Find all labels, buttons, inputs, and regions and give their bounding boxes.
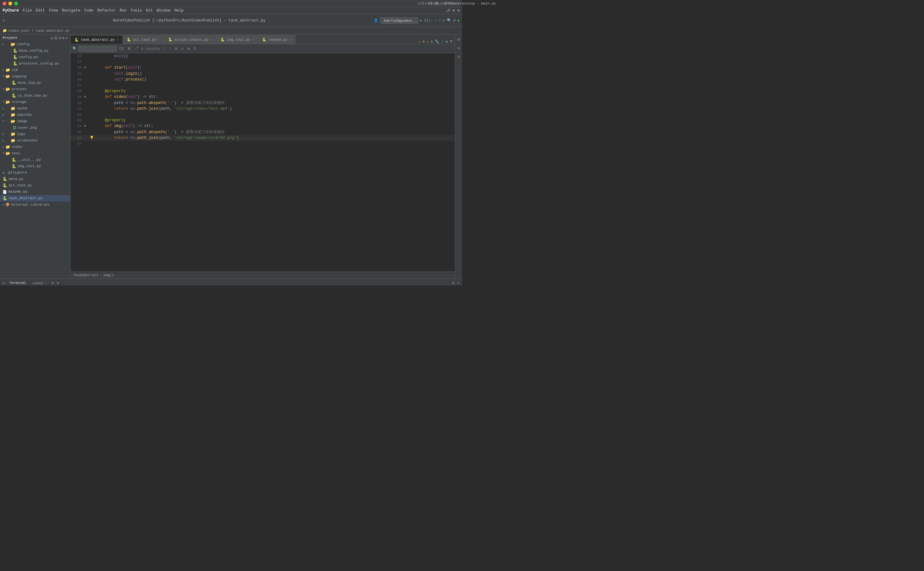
- sidebar-item-gitignore[interactable]: ⊞ .gitignore: [0, 170, 70, 176]
- sidebar-item-screenshot[interactable]: ▶ 📁 screenshot: [0, 137, 70, 144]
- sidebar-item-config-py[interactable]: 🐍 config.py: [0, 54, 70, 60]
- tab-close-icon[interactable]: ✕: [117, 38, 119, 42]
- sidebar-icon-locate[interactable]: ◎: [51, 36, 53, 40]
- search-next-btn[interactable]: ↓: [168, 46, 173, 51]
- sidebar-item-process[interactable]: ▼ 📂 process: [0, 86, 70, 93]
- gutter: [84, 129, 89, 135]
- search-regex-btn[interactable]: .*: [133, 46, 140, 51]
- fold-icon[interactable]: ▼: [84, 95, 86, 99]
- sidebar-item-base-config[interactable]: 🐍 base_config.py: [0, 48, 70, 54]
- search-prev-btn[interactable]: ↑: [161, 46, 166, 51]
- tab-close-icon[interactable]: ✕: [158, 38, 160, 42]
- sidebar-item-tool[interactable]: ▼ 📂 tool: [0, 150, 70, 157]
- tab-label: qtt_task.py: [133, 38, 157, 42]
- settings-gear-icon[interactable]: ⚙: [3, 18, 5, 22]
- sidebar-item-config[interactable]: ▶ 📂 config: [0, 41, 70, 48]
- gutter: [84, 71, 89, 77]
- tab-close-icon[interactable]: ✕: [252, 38, 254, 42]
- search-filter-btn[interactable]: ▽: [193, 46, 197, 51]
- search-case-btn[interactable]: Cc: [118, 46, 125, 51]
- terminal-tab-terminal[interactable]: Terminal: [8, 279, 28, 286]
- sidebar-item-yi-dian-hao[interactable]: 🐍 yi_dian_hao.py: [0, 93, 70, 99]
- right-sidebar-icon-settings[interactable]: ⚙: [456, 36, 462, 42]
- menu-help[interactable]: Help: [174, 8, 184, 13]
- fold-icon[interactable]: ▼: [84, 125, 86, 128]
- menu-git[interactable]: Git: [146, 8, 153, 13]
- sidebar-item-processor-config[interactable]: 🐍 processor_config.py: [0, 60, 70, 67]
- run-config-button[interactable]: Add Configuration...: [380, 17, 418, 24]
- sidebar-item-base-log[interactable]: 🐍 base_log.py: [0, 80, 70, 86]
- bulb-indicator[interactable]: 💡: [89, 135, 94, 141]
- sidebar-icon-collapse[interactable]: ⊟: [59, 36, 61, 40]
- tab-action-chains[interactable]: 🐍 action_chains.py ✕: [164, 35, 217, 44]
- menu-code[interactable]: Code: [84, 8, 93, 13]
- sidebar-item-external-libraries[interactable]: ▶ 📦 External Libraries: [0, 201, 70, 208]
- line-number: 64: [71, 123, 84, 129]
- py-file-icon: 🐍: [13, 48, 18, 53]
- settings-toolbar-icon[interactable]: ⚙: [454, 18, 456, 22]
- collapse-icon[interactable]: ▼: [450, 39, 452, 44]
- tab-img-tool[interactable]: 🐍 img_tool.py ✕: [217, 35, 258, 44]
- run-icon[interactable]: ▶: [420, 18, 423, 22]
- terminal-close-icon[interactable]: ✕: [457, 281, 460, 286]
- menu-view[interactable]: View: [49, 8, 58, 13]
- sidebar-item-cache[interactable]: ▶ 📁 cache: [0, 105, 70, 112]
- menu-run[interactable]: Run: [120, 8, 127, 13]
- tab-qtt-task[interactable]: 🐍 qtt_task.py ✕: [123, 35, 165, 44]
- window-controls[interactable]: [3, 2, 18, 5]
- sidebar-icon-expand[interactable]: ☰: [54, 36, 57, 40]
- menu-tools[interactable]: Tools: [131, 8, 142, 13]
- terminal-tab-close-icon[interactable]: ✕: [44, 281, 46, 285]
- sidebar-item-meta-py[interactable]: 🐍 meta.py: [0, 176, 70, 182]
- tab-task-abstract[interactable]: 🐍 task_abstract.py ✕: [71, 35, 123, 44]
- terminal-settings-icon[interactable]: ⚙: [452, 281, 455, 286]
- sidebar-icon-close[interactable]: ✕: [65, 36, 68, 40]
- search-toolbar-icon[interactable]: 🔍: [447, 18, 451, 22]
- sidebar-item-image[interactable]: ▼ 📂 image: [0, 118, 70, 125]
- fold-icon[interactable]: ▼: [84, 66, 86, 69]
- menu-navigate[interactable]: Navigate: [62, 8, 80, 13]
- tab-close-icon[interactable]: ✕: [289, 38, 291, 42]
- sidebar-project-header[interactable]: Project ◎ ☰ ⊟ ⚙ ✕: [0, 35, 70, 41]
- sidebar-label: img_tool.py: [18, 164, 41, 168]
- sidebar-item-task-abstract[interactable]: 🐍 task_abstract.py: [0, 195, 70, 201]
- sidebar-icon-settings[interactable]: ⚙: [62, 36, 65, 40]
- color-icon[interactable]: ◆: [457, 18, 460, 22]
- sidebar-item-logs[interactable]: ▶ 📁 logs: [0, 131, 70, 137]
- tab-close-icon[interactable]: ✕: [210, 38, 212, 42]
- sidebar-item-logging[interactable]: ▼ 📂 logging: [0, 73, 70, 80]
- search-input[interactable]: [78, 46, 117, 52]
- maximize-button[interactable]: [14, 2, 18, 5]
- close-button[interactable]: [3, 2, 6, 5]
- terminal-dropdown-icon[interactable]: ▼: [57, 281, 59, 285]
- search-context-btn[interactable]: ⊡: [174, 46, 179, 51]
- terminal-add-tab-button[interactable]: +: [51, 280, 54, 286]
- right-sidebar-icon-arrow-left[interactable]: ≡: [456, 54, 462, 60]
- sidebar-item-captcha[interactable]: ▶ 📁 captcha: [0, 112, 70, 118]
- menu-refactor[interactable]: Refactor: [97, 8, 116, 13]
- expand-icon[interactable]: ▲: [445, 39, 448, 44]
- sidebar-item-init[interactable]: 🐍 __init__.py: [0, 157, 70, 163]
- sidebar-item-storage[interactable]: ▼ 📂 storage: [0, 99, 70, 105]
- menu-window[interactable]: Window: [157, 8, 170, 13]
- search-options-btn[interactable]: ⚙: [186, 46, 191, 51]
- code-area[interactable]: 52 exit() 53 54 ▼ def start(self):: [71, 53, 455, 272]
- right-sidebar-icon-arrow-right[interactable]: ≡: [456, 45, 462, 51]
- triangle-icon: ▶: [3, 145, 4, 149]
- sidebar-item-video[interactable]: ▶ 📁 video: [0, 144, 70, 150]
- sidebar-item-cover-png[interactable]: 🖼 cover.png: [0, 125, 70, 131]
- sidebar-item-lib[interactable]: ▶ 📁 lib: [0, 67, 70, 73]
- sidebar-item-img-tool[interactable]: 🐍 img_tool.py: [0, 163, 70, 170]
- search-word-btn[interactable]: W: [126, 46, 131, 51]
- share-icon: ⊕: [453, 8, 455, 12]
- minimize-button[interactable]: [8, 2, 12, 5]
- sidebar-item-readme[interactable]: 📄 README.md: [0, 188, 70, 195]
- search-close-btn[interactable]: ✕: [180, 46, 185, 51]
- terminal-tab-local[interactable]: Local ✕: [31, 279, 48, 286]
- menu-edit[interactable]: Edit: [35, 8, 45, 13]
- line-number: 67: [71, 141, 84, 147]
- terminal-tabs: ⊡ Terminal Local ✕ + ▼ ⚙ ✕: [0, 279, 462, 286]
- menu-file[interactable]: File: [22, 8, 32, 13]
- sidebar-item-qtt-task[interactable]: 🐍 qtt_task.py: [0, 182, 70, 188]
- tab-random[interactable]: 🐍 random.py ✕: [258, 35, 296, 44]
